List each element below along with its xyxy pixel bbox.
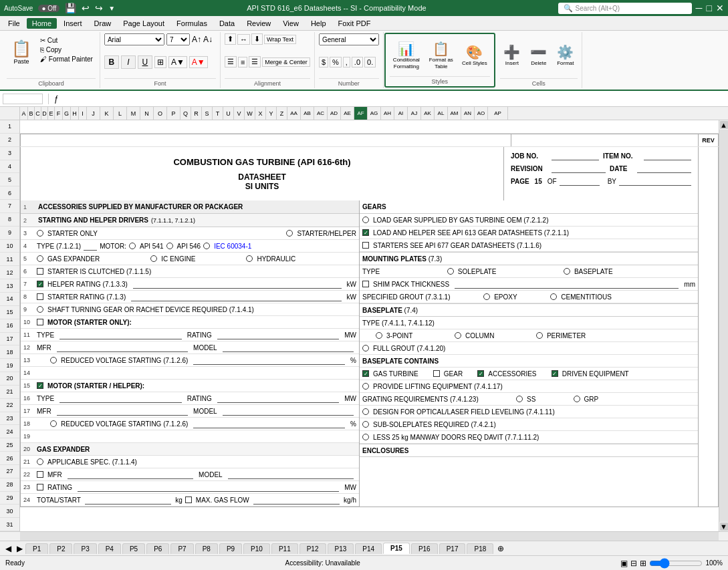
motor-starter-only-checkbox[interactable] [37,319,43,325]
col-header-N[interactable]: N [140,107,154,120]
fill-color-icon[interactable]: A▼ [168,56,187,68]
row-num-18[interactable]: 18 [0,345,19,359]
insert-button[interactable]: ➕ Insert [500,43,524,67]
cut-button[interactable]: ✂ Cut [37,36,96,45]
menu-view[interactable]: View [277,18,304,29]
iec60034-radio[interactable] [203,243,210,249]
align-right-icon[interactable]: ☰ [249,56,261,67]
motor-starter-helper-checkbox[interactable]: ✓ [37,382,43,389]
api541-radio[interactable] [129,243,136,249]
applicable-spec-radio[interactable] [37,458,43,465]
format-painter-button[interactable]: 🖌 Format Painter [37,55,96,63]
currency-icon[interactable]: $ [319,57,328,67]
col-header-AK[interactable]: AK [421,107,435,120]
tab-P2[interactable]: P2 [49,543,72,554]
row-num-7[interactable]: 7 [0,200,19,213]
align-top-icon[interactable]: ⬆ [225,33,236,45]
job-no-field[interactable] [552,151,599,160]
decrease-font-icon[interactable]: A↓ [203,35,213,44]
row-num-17[interactable]: 17 [0,333,19,346]
scrollbar-track[interactable] [719,130,728,522]
tab-P16[interactable]: P16 [411,543,438,554]
row-num-24[interactable]: 24 [0,425,19,438]
col-header-E[interactable]: E [48,107,55,120]
col-header-J[interactable]: J [87,107,100,120]
tab-P18[interactable]: P18 [467,543,493,554]
scrollbar-up-arrow[interactable]: ▲ [720,121,728,129]
percent-icon[interactable]: % [330,57,342,67]
menu-foxit[interactable]: Foxit PDF [333,18,376,29]
col-header-AG[interactable]: AG [368,107,381,120]
minimize-btn[interactable]: ─ [696,3,703,13]
menu-file[interactable]: File [3,18,25,29]
starter-helper-radio[interactable] [286,230,293,237]
row-num-13[interactable]: 13 [0,279,19,293]
col-header-AF[interactable]: AF [354,107,368,120]
align-bot-icon[interactable]: ⬇ [251,33,263,45]
col-header-AN[interactable]: AN [461,107,475,120]
manway-radio[interactable] [362,434,369,440]
font-color-icon[interactable]: A▼ [189,56,208,68]
by-field[interactable] [619,176,691,186]
col-header-Y[interactable]: Y [266,107,277,120]
full-grout-radio[interactable] [362,345,369,351]
row-num-6[interactable]: 6 [0,186,19,200]
row-num-28[interactable]: 28 [0,478,19,492]
sheet-tab-nav-left[interactable]: ◀ [3,543,14,555]
col-header-T[interactable]: T [213,107,223,120]
tab-P8[interactable]: P8 [195,543,218,554]
shim-pack-checkbox[interactable] [362,281,369,287]
tab-P5[interactable]: P5 [122,543,145,554]
col-header-AD[interactable]: AD [328,107,341,120]
align-center-icon[interactable]: ≡ [238,57,247,67]
row-num-25[interactable]: 25 [0,438,19,452]
starters-api677-checkbox[interactable] [362,242,369,249]
accessories-checkbox[interactable]: ✓ [477,370,484,377]
cementitious-radio[interactable] [550,293,557,300]
col-header-AL[interactable]: AL [435,107,448,120]
horizontal-scrollbar[interactable] [0,531,728,541]
row-num-3[interactable]: 3 [0,147,19,160]
tab-P6[interactable]: P6 [146,543,169,554]
align-left-icon[interactable]: ☰ [225,56,237,67]
date-field[interactable] [637,164,691,173]
tab-P1[interactable]: P1 [25,543,48,554]
tab-P10[interactable]: P10 [243,543,270,554]
search-box[interactable]: 🔍 Search (Alt+Q) [558,3,692,14]
add-sheet-btn[interactable]: ⊕ [495,543,507,555]
save-icon[interactable]: 💾 [65,3,76,13]
cell-reference-input[interactable]: AF38 [3,94,43,104]
col-header-D[interactable]: D [41,107,48,120]
menu-review[interactable]: Review [241,18,276,29]
row-num-19[interactable]: 19 [0,359,19,372]
formula-input[interactable] [62,95,725,103]
col-header-P[interactable]: P [167,107,180,120]
item-no-field[interactable] [644,151,691,160]
align-mid-icon[interactable]: ↔ [237,34,250,45]
copy-button[interactable]: ⎘ Copy [37,45,96,54]
col-header-S[interactable]: S [202,107,213,120]
col-header-AE[interactable]: AE [341,107,354,120]
tab-P14[interactable]: P14 [355,543,382,554]
menu-home[interactable]: Home [27,18,57,29]
row-num-21[interactable]: 21 [0,386,19,399]
gas-expander-radio[interactable] [37,255,43,262]
page-layout-view-btn[interactable]: ⊟ [630,559,637,568]
tab-P12[interactable]: P12 [299,543,326,554]
tab-P17[interactable]: P17 [439,543,466,554]
spreadsheet-content[interactable]: REV COMBUSTION GAS TURBINE (API 616-6th)… [20,120,719,531]
mfr22-checkbox[interactable] [37,471,43,478]
col-header-A[interactable]: A [20,107,28,120]
rating23-checkbox[interactable] [37,484,43,490]
italic-button[interactable]: I [121,55,136,69]
baseplate-radio[interactable] [564,268,570,275]
max-gas-flow-checkbox[interactable] [185,496,192,503]
starter-rating-checkbox[interactable] [37,293,43,300]
col-header-Z[interactable]: Z [277,107,287,120]
row-num-9[interactable]: 9 [0,227,19,240]
undo-icon[interactable]: ↩ [82,3,90,13]
col-header-AC[interactable]: AC [314,107,328,120]
col-header-H[interactable]: H [71,107,79,120]
col-header-B[interactable]: B [28,107,35,120]
row-num-8[interactable]: 8 [0,213,19,227]
